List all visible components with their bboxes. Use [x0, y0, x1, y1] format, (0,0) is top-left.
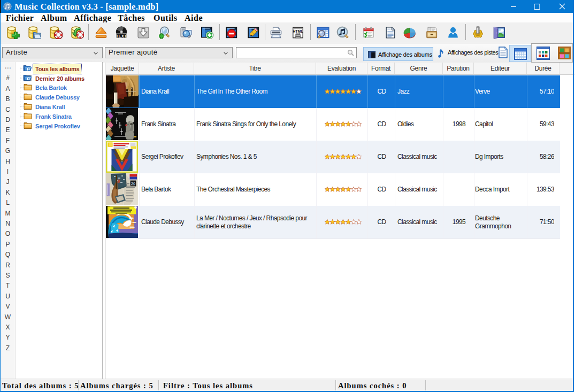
svg-text:HTML: HTML: [293, 29, 303, 33]
svg-text:20: 20: [131, 182, 135, 186]
svg-text:TEXT: TEXT: [116, 34, 127, 38]
